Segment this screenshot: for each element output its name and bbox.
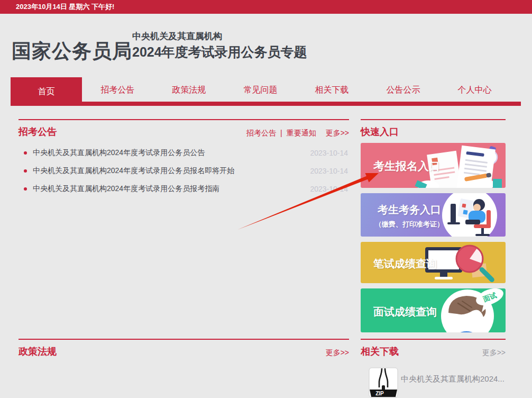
tab-faq[interactable]: 常见问题 bbox=[225, 77, 296, 103]
important-notices-link[interactable]: 重要通知 bbox=[287, 129, 316, 138]
exam-affairs-entry-button[interactable]: 考生考务入口 （缴费、打印准考证） bbox=[361, 193, 506, 237]
announcement-link[interactable]: 中央机关及其直属机构2024年度考试录用公务员报考指南 bbox=[33, 184, 310, 194]
candidate-registration-entry-button[interactable]: 考生报名入口 bbox=[361, 143, 506, 188]
download-file-link[interactable]: 中央机关及其直属机构2024... bbox=[401, 374, 505, 384]
announcement-date: 2023-10-14 bbox=[310, 185, 349, 193]
announcements-more-link[interactable]: 更多>> bbox=[326, 129, 349, 138]
tab-personal-center[interactable]: 个人中心 bbox=[439, 77, 510, 103]
exam-affairs-labels: 考生考务入口 （缴费、打印准考证） bbox=[362, 203, 457, 229]
bullet-icon bbox=[24, 187, 27, 191]
announcements-link[interactable]: 招考公告 bbox=[246, 129, 276, 138]
registration-entry-label: 考生报名入口 bbox=[373, 159, 440, 174]
announcement-link[interactable]: 中央机关及其直属机构2024年度考试录用公务员报名即将开始 bbox=[33, 166, 310, 176]
date-greeting: 2023年10月14日 星期六 下午好! bbox=[0, 0, 532, 13]
download-item-zip[interactable]: ZIP 中央机关及其直属机构2024... bbox=[369, 367, 506, 398]
written-score-query-label: 笔试成绩查询 bbox=[373, 257, 437, 271]
site-logo-title: 国家公务员局 bbox=[12, 38, 132, 65]
policy-section-header: 政策法规 更多>> bbox=[19, 339, 349, 358]
announcement-date: 2023-10-14 bbox=[310, 167, 349, 175]
nav-underline bbox=[11, 102, 521, 106]
quick-entry-section-header: 快速入口 bbox=[361, 119, 506, 138]
tab-downloads[interactable]: 相关下载 bbox=[296, 77, 368, 103]
tab-announcements[interactable]: 招考公告 bbox=[82, 77, 153, 103]
announcements-section-header: 招考公告 招考公告 | 重要通知 更多>> bbox=[19, 119, 349, 138]
site-subtitle-org: 中央机关及其直属机构 bbox=[132, 30, 222, 42]
civil-service-exam-portal: 2023年10月14日 星期六 下午好! 国家公务员局 中央机关及其直属机构 2… bbox=[0, 0, 532, 398]
list-item[interactable]: 中央机关及其直属机构2024年度考试录用公务员报名即将开始 2023-10-14 bbox=[19, 162, 349, 180]
policy-title: 政策法规 bbox=[19, 345, 57, 358]
exam-affairs-entry-label: 考生考务入口 bbox=[362, 203, 457, 217]
announcements-title: 招考公告 bbox=[19, 125, 57, 138]
list-item[interactable]: 中央机关及其直属机构2024年度考试录用公务员报考指南 2023-10-14 bbox=[19, 180, 349, 198]
bullet-icon bbox=[24, 169, 27, 173]
tab-policies[interactable]: 政策法规 bbox=[153, 77, 225, 103]
announcements-list: 中央机关及其直属机构2024年度考试录用公务员公告 2023-10-14 中央机… bbox=[19, 144, 349, 198]
written-score-query-button[interactable]: 笔试成绩查询 bbox=[361, 242, 506, 283]
bullet-icon bbox=[24, 151, 27, 155]
list-item[interactable]: 中央机关及其直属机构2024年度考试录用公务员公告 2023-10-14 bbox=[19, 144, 349, 162]
announcement-link[interactable]: 中央机关及其直属机构2024年度考试录用公务员公告 bbox=[33, 148, 310, 158]
zip-badge: ZIP bbox=[375, 391, 384, 396]
announcements-meta: 招考公告 | 重要通知 更多>> bbox=[246, 129, 349, 138]
policy-more-link[interactable]: 更多>> bbox=[326, 348, 349, 358]
downloads-more-link[interactable]: 更多>> bbox=[482, 348, 506, 358]
meta-divider: | bbox=[280, 129, 282, 137]
announcement-date: 2023-10-14 bbox=[310, 149, 349, 157]
interview-score-query-label: 面试成绩查询 bbox=[373, 305, 437, 319]
exam-affairs-entry-sublabel: （缴费、打印准考证） bbox=[362, 220, 457, 229]
zip-file-icon: ZIP bbox=[369, 367, 398, 398]
interview-score-query-button[interactable]: 面试 面试成绩查询 bbox=[361, 288, 506, 332]
tab-public-notices[interactable]: 公告公示 bbox=[368, 77, 439, 103]
downloads-section-header: 相关下载 更多>> bbox=[361, 339, 506, 358]
top-date-bar: 2023年10月14日 星期六 下午好! bbox=[0, 0, 532, 14]
downloads-title: 相关下载 bbox=[361, 345, 399, 358]
quick-entry-title: 快速入口 bbox=[361, 125, 399, 138]
site-subtitle-topic: 2024年度考试录用公务员专题 bbox=[132, 43, 307, 61]
